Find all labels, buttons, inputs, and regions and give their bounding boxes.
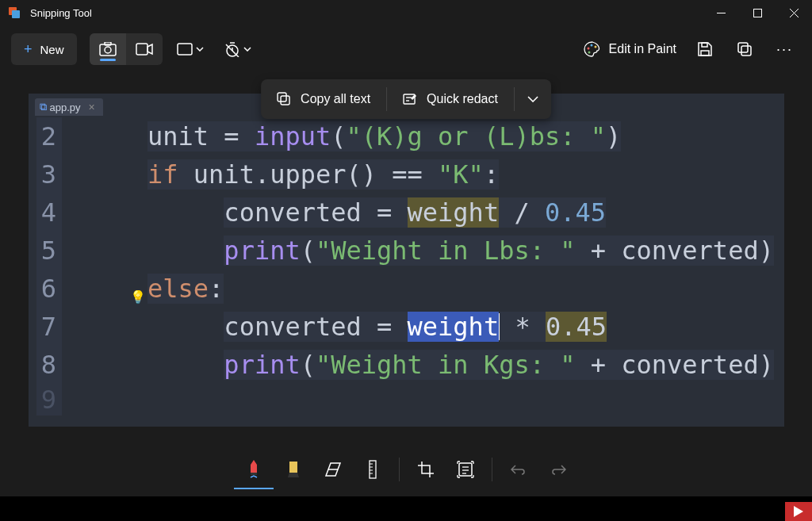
- svg-point-18: [588, 52, 590, 54]
- new-button-label: New: [40, 43, 64, 56]
- copy-all-text-button[interactable]: Copy all text: [261, 79, 386, 119]
- save-button[interactable]: [689, 33, 721, 65]
- photo-mode-button[interactable]: [90, 33, 126, 65]
- svg-point-17: [594, 46, 596, 48]
- text-extract-tool[interactable]: [446, 450, 485, 489]
- eraser-tool[interactable]: [313, 450, 353, 489]
- svg-point-15: [587, 48, 589, 50]
- more-button[interactable]: ···: [768, 33, 801, 65]
- svg-rect-23: [278, 93, 286, 102]
- palette-icon: [584, 41, 601, 57]
- delay-dropdown[interactable]: [218, 33, 258, 65]
- separator: [492, 458, 492, 481]
- new-button[interactable]: + New: [11, 33, 77, 65]
- snip-shape-dropdown[interactable]: [170, 33, 210, 65]
- highlighter-tool[interactable]: [274, 450, 313, 489]
- undo-button[interactable]: [499, 450, 538, 489]
- svg-rect-6: [100, 44, 116, 56]
- svg-rect-19: [701, 51, 709, 56]
- svg-rect-28: [251, 473, 257, 475]
- main-toolbar: + New Edit in Paint ···: [0, 25, 812, 73]
- svg-rect-10: [178, 44, 192, 55]
- maximize-button[interactable]: [739, 0, 776, 25]
- separator: [399, 458, 400, 481]
- svg-rect-8: [105, 42, 111, 45]
- app-icon: [8, 6, 21, 19]
- copy-button[interactable]: [729, 33, 760, 65]
- close-tab-icon: ×: [89, 101, 95, 113]
- svg-point-7: [105, 47, 111, 53]
- chevron-down-icon: [196, 47, 204, 52]
- redact-icon: [403, 92, 417, 106]
- text-actions-overlay: Copy all text Quick redact: [261, 79, 551, 119]
- tab-filename: app.py: [50, 102, 81, 113]
- chevron-down-icon: [527, 96, 538, 102]
- svg-rect-21: [738, 43, 748, 52]
- python-file-icon: ⧉: [40, 101, 47, 113]
- quick-redact-button[interactable]: Quick redact: [387, 79, 514, 119]
- chevron-down-icon: [243, 47, 251, 52]
- redo-button[interactable]: [538, 450, 578, 489]
- svg-rect-24: [281, 96, 289, 105]
- close-button[interactable]: [776, 0, 812, 25]
- window-title: Snipping Tool: [30, 7, 92, 19]
- window-controls: [703, 0, 812, 25]
- edit-in-paint-label: Edit in Paint: [609, 42, 676, 56]
- canvas-area: Copy all text Quick redact ⧉ app.py × 23…: [0, 73, 812, 441]
- overlay-dropdown[interactable]: [515, 79, 551, 119]
- crop-tool[interactable]: [406, 450, 446, 489]
- titlebar: Snipping Tool: [0, 0, 812, 25]
- svg-rect-2: [717, 13, 726, 13]
- pen-tool[interactable]: [234, 450, 274, 489]
- ruler-tool[interactable]: [353, 450, 393, 489]
- svg-rect-31: [370, 461, 376, 478]
- plus-icon: +: [24, 41, 33, 58]
- svg-rect-3: [753, 9, 761, 17]
- annotation-toolbar: [0, 441, 812, 496]
- capture-mode-group: [90, 33, 163, 65]
- svg-rect-22: [741, 46, 751, 56]
- corner-indicator: [785, 502, 812, 521]
- active-underline: [100, 59, 116, 61]
- svg-rect-20: [702, 43, 707, 47]
- minimize-button[interactable]: [703, 0, 739, 25]
- line-gutter: 23456789: [36, 117, 62, 416]
- editor-tab: ⧉ app.py ×: [35, 98, 103, 116]
- copy-icon: [277, 92, 291, 106]
- svg-rect-9: [136, 44, 147, 55]
- svg-rect-29: [289, 462, 297, 473]
- svg-point-16: [590, 44, 592, 47]
- captured-screenshot: ⧉ app.py × 23456789 💡 unit = input("(K)g…: [29, 94, 784, 427]
- edit-in-paint-button[interactable]: Edit in Paint: [579, 41, 681, 57]
- svg-rect-1: [12, 10, 20, 18]
- video-mode-button[interactable]: [126, 33, 163, 65]
- code-content: unit = input("(K)g or (L)bs: ") if unit.…: [117, 117, 774, 384]
- svg-line-14: [226, 44, 239, 57]
